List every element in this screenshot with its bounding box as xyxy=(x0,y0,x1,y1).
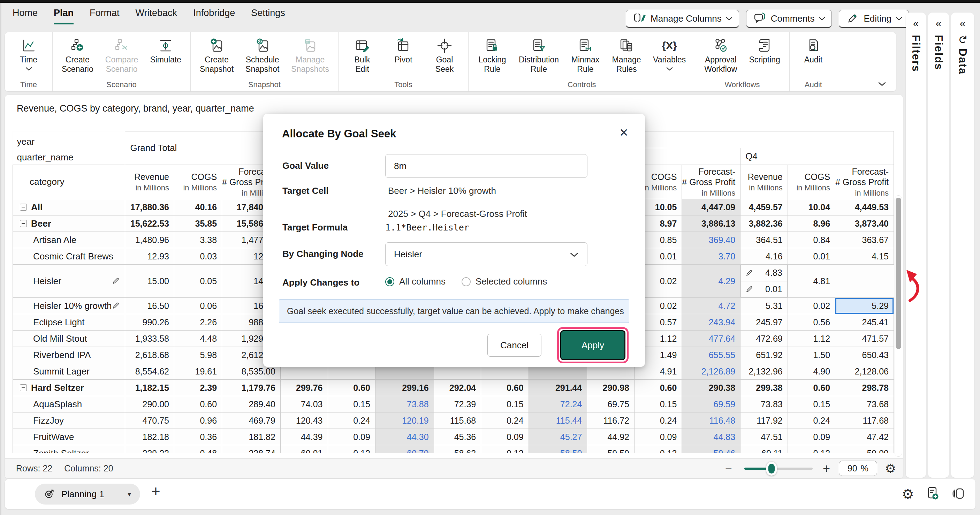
table-cell[interactable]: 45.36 xyxy=(434,429,481,445)
goal-seek-button[interactable]: GoalSeek xyxy=(430,36,459,74)
column-group-q4[interactable]: Q4 xyxy=(740,148,894,165)
table-cell[interactable]: 655.55 xyxy=(682,347,740,363)
table-cell[interactable]: 245.97 xyxy=(740,314,788,331)
table-cell[interactable]: 0.06 xyxy=(174,298,222,314)
table-cell[interactable]: 35.85 xyxy=(174,216,222,232)
approval-workflow-button[interactable]: ApprovalWorkflow xyxy=(704,36,737,74)
measure-header-forecast[interactable]: Forecast-# Gross Profitin Millions xyxy=(835,165,894,199)
sidebar-panel-filters[interactable]: «Filters xyxy=(906,13,926,478)
row-label-heisler-10-growth[interactable]: Heisler 10% growth xyxy=(13,298,125,314)
table-cell[interactable]: 0.01 xyxy=(788,248,835,265)
table-cell[interactable]: 47.42 xyxy=(835,429,894,445)
table-cell[interactable]: 472.69 xyxy=(740,331,788,347)
table-cell[interactable]: 44.39 xyxy=(280,429,328,445)
table-cell[interactable]: 0.15 xyxy=(328,396,375,412)
table-cell[interactable]: 0.24 xyxy=(328,412,375,429)
settings-gear-icon[interactable]: ⚙ xyxy=(902,486,914,502)
table-cell[interactable]: 115.44 xyxy=(528,412,587,429)
schedule-snapshot-button[interactable]: ScheduleSnapshot xyxy=(245,36,279,74)
zoom-level-input[interactable]: 90 % xyxy=(839,461,877,476)
table-cell[interactable]: 238.74 xyxy=(222,445,281,454)
table-cell[interactable]: 15,622.53 xyxy=(125,216,174,232)
table-cell[interactable]: 290.38 xyxy=(682,380,740,396)
table-cell[interactable]: 1,179.76 xyxy=(222,380,281,396)
table-cell[interactable]: 73.88 xyxy=(375,396,434,412)
table-cell[interactable]: 0.15 xyxy=(635,396,682,412)
table-cell[interactable]: 44.92 xyxy=(587,429,635,445)
table-cell[interactable]: 0.60 xyxy=(328,380,375,396)
table-cell[interactable]: 651.92 xyxy=(740,347,788,363)
table-cell[interactable]: 0.56 xyxy=(788,314,835,331)
table-cell[interactable]: 3,886.13 xyxy=(682,216,740,232)
goal-value-input[interactable]: 8m xyxy=(385,154,587,178)
table-cell[interactable]: 117.92 xyxy=(740,412,788,429)
table-cell[interactable]: 45.27 xyxy=(528,429,587,445)
locking-rule-button[interactable]: LockingRule xyxy=(477,36,507,74)
table-cell[interactable]: 3,873.40 xyxy=(835,216,894,232)
zoom-in-button[interactable]: + xyxy=(823,461,830,476)
sidebar-panel-fields[interactable]: «Fields xyxy=(928,13,949,478)
table-cell[interactable]: 5.29 xyxy=(835,298,894,314)
table-cell[interactable]: 4.83 xyxy=(740,265,788,281)
table-cell[interactable]: 69.59 xyxy=(682,396,740,412)
table-cell[interactable]: 0.48 xyxy=(174,445,222,454)
table-cell[interactable]: 74.03 xyxy=(280,396,328,412)
copy-sheets-icon[interactable] xyxy=(951,486,966,502)
table-cell[interactable]: 181.82 xyxy=(222,429,281,445)
scrollbar-thumb[interactable] xyxy=(896,198,901,349)
table-cell[interactable]: 2.26 xyxy=(174,314,222,331)
table-cell[interactable]: 0.36 xyxy=(174,429,222,445)
table-cell[interactable]: 59.46 xyxy=(682,445,740,454)
measure-header-cogs[interactable]: COGSin Millions xyxy=(788,165,835,199)
zoom-slider-track[interactable] xyxy=(745,467,813,470)
manage-rules-button[interactable]: ManageRules xyxy=(612,36,641,74)
vertical-scrollbar[interactable] xyxy=(894,195,902,457)
row-label-hard-seltzer[interactable]: Hard Seltzer xyxy=(13,380,125,396)
table-cell[interactable]: 10.04 xyxy=(788,199,835,216)
ribbon-collapse-chevron-icon[interactable] xyxy=(878,82,886,88)
table-cell[interactable]: 120.19 xyxy=(375,412,434,429)
table-cell[interactable]: 245.41 xyxy=(835,314,894,331)
table-cell[interactable]: 116.48 xyxy=(682,412,740,429)
table-cell[interactable]: 60.79 xyxy=(375,445,434,454)
collapse-icon[interactable] xyxy=(20,203,27,211)
table-cell[interactable]: 2.39 xyxy=(174,380,222,396)
table-cell[interactable]: 477.64 xyxy=(682,331,740,347)
collapse-chevrons-icon[interactable]: « xyxy=(913,18,919,29)
menu-item-format[interactable]: Format xyxy=(90,8,119,23)
simulate-button[interactable]: Simulate xyxy=(150,36,181,65)
distribution-rule-button[interactable]: DistributionRule xyxy=(519,36,559,74)
row-label-riverbend-ipa[interactable]: Riverbend IPA xyxy=(13,347,125,363)
row-label-eclipse-light[interactable]: Eclipse Light xyxy=(13,314,125,331)
table-cell[interactable]: 0.12 xyxy=(788,445,835,454)
table-cell[interactable]: 1,933.58 xyxy=(125,331,174,347)
table-cell[interactable]: 0.15 xyxy=(788,396,835,412)
row-label-artisan-ale[interactable]: Artisan Ale xyxy=(13,232,125,248)
sheet-tab-planning-1[interactable]: Planning 1 ▾ xyxy=(35,483,140,504)
table-cell[interactable]: 3,882.36 xyxy=(740,216,788,232)
table-cell[interactable]: 0.09 xyxy=(635,429,682,445)
table-cell[interactable]: 47.51 xyxy=(740,429,788,445)
table-cell[interactable]: 4.81 xyxy=(788,265,835,298)
table-cell[interactable]: 4.15 xyxy=(835,248,894,265)
table-cell[interactable]: 0.24 xyxy=(481,412,528,429)
table-cell[interactable]: 72.39 xyxy=(434,396,481,412)
table-cell[interactable]: 0.09 xyxy=(481,429,528,445)
table-cell[interactable]: 1,182.15 xyxy=(125,380,174,396)
table-cell[interactable]: 369.40 xyxy=(682,232,740,248)
table-cell[interactable]: 4.29 xyxy=(682,265,740,298)
table-cell[interactable]: 0.15 xyxy=(481,396,528,412)
table-cell[interactable]: 239.22 xyxy=(125,445,174,454)
table-cell[interactable]: 3.38 xyxy=(174,232,222,248)
scripting-button[interactable]: Scripting xyxy=(749,36,780,65)
row-label-heisler[interactable]: Heisler xyxy=(13,265,125,298)
comments-button[interactable]: Comments xyxy=(746,10,832,28)
table-cell[interactable]: 120.43 xyxy=(280,412,328,429)
table-cell[interactable]: 650.43 xyxy=(835,347,894,363)
zoom-out-button[interactable]: − xyxy=(725,462,732,475)
table-cell[interactable]: 116.72 xyxy=(587,412,635,429)
table-cell[interactable]: 0.12 xyxy=(635,445,682,454)
by-changing-node-select[interactable]: Heisler xyxy=(385,242,587,266)
table-cell[interactable]: 0.12 xyxy=(481,445,528,454)
variables-button[interactable]: {X}Variables xyxy=(653,36,686,72)
